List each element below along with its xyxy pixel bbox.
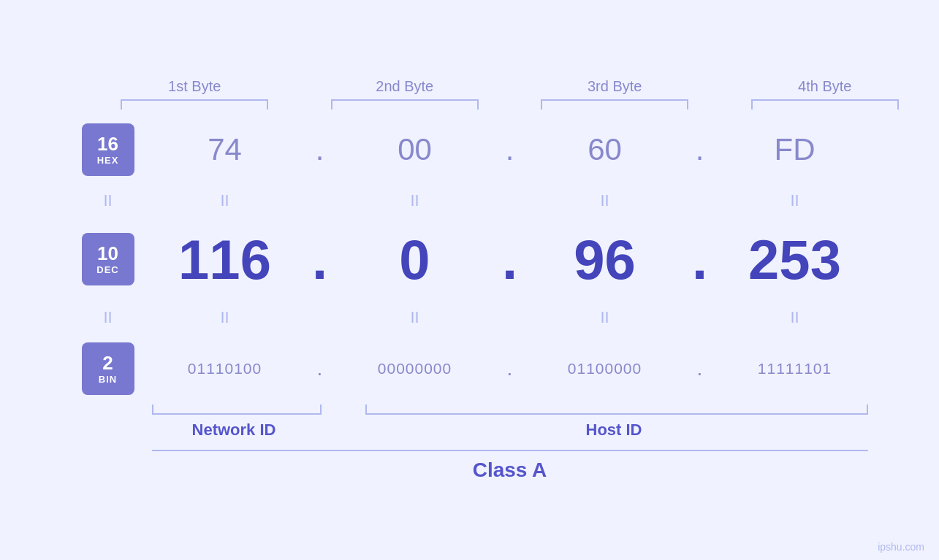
- bin-byte2: 00000000: [338, 360, 492, 377]
- dec-dot2: .: [492, 228, 528, 291]
- bin-dot3: .: [682, 357, 718, 380]
- hex-dot2: .: [492, 132, 528, 167]
- hex-byte2: 00: [338, 132, 492, 167]
- hex-row: 74 . 00 . 60 . FD: [148, 117, 872, 183]
- dec-badge-label: DEC: [96, 264, 118, 275]
- hex-dot3: .: [682, 132, 718, 167]
- dec-row: 116 . 0 . 96 . 253: [148, 219, 872, 299]
- eq1: II: [103, 191, 112, 210]
- bin-row: 01110100 . 00000000 . 01100000 .: [148, 336, 872, 402]
- hex-badge: 16 HEX: [82, 123, 134, 176]
- byte4-header: 4th Byte: [798, 78, 851, 95]
- dec-byte3: 96: [528, 228, 682, 291]
- hex-dot1: .: [302, 132, 338, 167]
- byte1-header: 1st Byte: [168, 78, 221, 95]
- hex-badge-label: HEX: [97, 155, 119, 166]
- hex-byte4: FD: [718, 132, 872, 167]
- segment-labels: Network ID Host ID: [148, 421, 872, 440]
- bin-byte4: 11111101: [718, 360, 872, 377]
- dec-byte2: 0: [338, 228, 492, 291]
- bin-badge-label: BIN: [99, 374, 117, 385]
- dec-badge: 10 DEC: [82, 233, 134, 285]
- watermark: ipshu.com: [878, 541, 924, 553]
- network-id-label: Network ID: [192, 421, 276, 439]
- class-section: Class A: [148, 450, 872, 482]
- bottom-brackets: [148, 404, 872, 415]
- host-id-label: Host ID: [586, 421, 642, 439]
- eq2: II: [103, 308, 112, 327]
- dec-byte4: 253: [718, 228, 872, 291]
- dec-badge-num: 10: [97, 243, 118, 264]
- bin-badge-num: 2: [102, 353, 113, 374]
- bin-badge: 2 BIN: [82, 342, 134, 395]
- bin-dot1: .: [302, 357, 338, 380]
- eq-row1: II II II II: [148, 183, 872, 219]
- dec-dot1: .: [302, 228, 338, 291]
- hex-badge-num: 16: [97, 134, 118, 155]
- byte2-header: 2nd Byte: [376, 78, 433, 95]
- eq-row2: II II II II: [148, 299, 872, 336]
- bin-byte1: 01110100: [148, 360, 302, 377]
- hex-byte1: 74: [148, 132, 302, 167]
- bin-byte3: 01100000: [528, 360, 682, 377]
- dec-byte1: 116: [148, 228, 302, 291]
- byte3-header: 3rd Byte: [588, 78, 642, 95]
- hex-byte3: 60: [528, 132, 682, 167]
- dec-dot3: .: [682, 228, 718, 291]
- bin-dot2: .: [492, 357, 528, 380]
- class-label: Class A: [473, 459, 547, 481]
